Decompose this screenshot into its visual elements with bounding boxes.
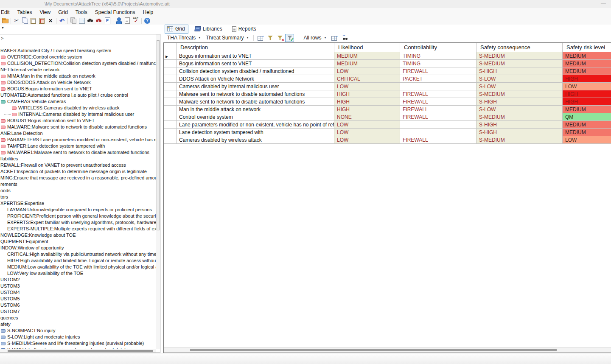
column-header-controllability[interactable]: Controllability <box>400 43 476 52</box>
find-next-icon[interactable] <box>340 34 349 42</box>
delete-icon[interactable] <box>47 17 54 24</box>
safety-consequence-cell[interactable]: S-LOW <box>476 83 563 90</box>
controllability-cell[interactable]: TIMING <box>400 52 476 60</box>
controllability-cell[interactable] <box>400 129 476 136</box>
controllability-cell[interactable]: FIREWALL <box>400 67 476 75</box>
find-icon[interactable] <box>87 17 94 24</box>
table-selector-dropdown[interactable]: THA Threats <box>165 34 203 42</box>
tree-item[interactable]: USTOM5 <box>0 296 156 302</box>
description-cell[interactable]: Cameras disabled by wireless attack <box>177 136 334 144</box>
row-selector-cell[interactable] <box>164 98 177 106</box>
help-icon[interactable] <box>143 17 151 24</box>
safety-consequence-cell[interactable]: S-MEDIUM <box>476 52 563 60</box>
tree-item[interactable]: UTOMATED:Automated functions i.e auto pi… <box>0 92 156 98</box>
grid-row[interactable]: Malware sent to network to disable autom… <box>164 90 611 98</box>
tree-item[interactable]: PROFICIENT:Proficient person with genera… <box>0 213 156 219</box>
description-cell[interactable]: Bogus information sent to VNET <box>177 52 334 60</box>
tree-item[interactable]: XPERTISE:Expertise <box>0 200 156 207</box>
menu-grid[interactable]: Grid <box>54 8 72 17</box>
description-cell[interactable]: DDOS Attack on Vehicle Network <box>177 75 334 83</box>
safety-consequence-cell[interactable]: S-HIGH <box>476 121 563 129</box>
safety-risk-level-cell[interactable]: MEDIUM <box>563 52 611 60</box>
safety-risk-level-cell[interactable]: MEDIUM <box>563 67 611 75</box>
tree-item[interactable]: oods <box>0 188 156 194</box>
tree-item[interactable]: EXPERTS-MULTIPLE:Multiple experts requir… <box>0 226 156 232</box>
grid-row[interactable]: Lane detection system tampered withLOWS-… <box>164 129 611 136</box>
controllability-cell[interactable]: FIREWALL <box>400 136 476 144</box>
tab-reports[interactable]: Reports <box>230 25 260 34</box>
safety-risk-level-cell[interactable]: MEDIUM <box>563 106 611 113</box>
tree-item[interactable]: BOGUS:Bogus information sent to VNET <box>0 86 156 92</box>
grid-row[interactable]: Cameras disabled by wireless attackLOWFI… <box>164 136 611 144</box>
paste-p-icon[interactable] <box>104 17 111 24</box>
grid-row[interactable]: DDOS Attack on Vehicle NetworkCRITICALPA… <box>164 75 611 83</box>
row-selector-cell[interactable] <box>164 60 177 67</box>
paste-icon[interactable] <box>30 17 37 24</box>
tab-libraries[interactable]: Libraries <box>192 25 226 34</box>
safety-risk-level-cell[interactable]: QM <box>563 113 611 121</box>
controllability-cell[interactable]: FIREWALL <box>400 106 476 113</box>
tree-item[interactable]: S-MEDIUM:Severe and life-threatening inj… <box>0 340 156 347</box>
tree-item[interactable]: PARAMETERS:Lane parameters modified or n… <box>0 137 156 143</box>
row-selector-cell[interactable] <box>164 121 177 129</box>
likelihood-cell[interactable]: NONE <box>334 113 400 121</box>
description-cell[interactable]: Collision detection system disabled / ma… <box>177 67 334 75</box>
tree-item[interactable]: COLLISION_DETECTION:Collision detection … <box>0 60 156 67</box>
row-selector-cell[interactable] <box>164 129 177 136</box>
tree-item[interactable]: BOGUS1:Bogus information sent to VNET <box>0 118 156 124</box>
likelihood-cell[interactable]: LOW <box>334 67 400 75</box>
grid-row[interactable]: ▶Bogus information sent to VNETMEDIUMTIM… <box>164 52 611 60</box>
user-icon[interactable] <box>115 17 123 24</box>
tree-item[interactable]: USTOM4 <box>0 289 156 296</box>
report-icon[interactable] <box>123 17 131 24</box>
tree-item[interactable]: WIRELESS:Cameras disabled by wireless at… <box>0 105 156 111</box>
description-cell[interactable]: Bogus information sent to VNET <box>177 60 334 67</box>
grid-copy-icon[interactable] <box>330 34 339 42</box>
controllability-cell[interactable]: FIREWALL <box>400 90 476 98</box>
paste-special-icon[interactable] <box>38 17 46 24</box>
tree-item[interactable]: INDOW:Window of opportunity <box>0 245 156 251</box>
menu-view[interactable]: View <box>36 8 54 17</box>
safety-consequence-cell[interactable]: S-HIGH <box>476 98 563 106</box>
filter-clear-icon[interactable] <box>275 34 284 42</box>
tree-item[interactable]: CAMERAS:Vehicle cameras <box>0 98 156 105</box>
likelihood-cell[interactable]: LOW <box>334 121 400 129</box>
row-selector-cell[interactable] <box>164 83 177 90</box>
menu-special-functions[interactable]: Special Functions <box>91 8 139 17</box>
copy-icon[interactable] <box>21 17 29 24</box>
safety-consequence-cell[interactable]: S-HIGH <box>476 129 563 136</box>
menu-tools[interactable]: Tools <box>72 8 91 17</box>
likelihood-cell[interactable]: LOW <box>334 129 400 136</box>
row-selector-cell[interactable] <box>164 75 177 83</box>
description-cell[interactable]: Lane detection system tampered with <box>177 129 334 136</box>
tree-item[interactable]: MEDIUM:Low availability of the TOE with … <box>0 264 156 270</box>
tab-grid[interactable]: Grid <box>165 25 188 34</box>
menu-tables[interactable]: Tables <box>14 8 36 17</box>
grid-row[interactable]: Collision detection system disabled / ma… <box>164 67 611 75</box>
grid-edit-icon[interactable] <box>256 34 265 42</box>
safety-consequence-cell[interactable]: S-HIGH <box>476 67 563 75</box>
row-selector-cell[interactable] <box>164 106 177 113</box>
controllability-cell[interactable] <box>400 83 476 90</box>
safety-risk-level-cell[interactable]: MEDIUM <box>563 60 611 67</box>
tree-item[interactable]: S-NOIMPACT:No injury <box>0 328 156 334</box>
row-selector-cell[interactable]: ▶ <box>164 52 177 60</box>
safety-risk-level-cell[interactable]: HIGH <box>563 90 611 98</box>
likelihood-cell[interactable]: MEDIUM <box>334 60 400 67</box>
tree-item[interactable]: USTOM3 <box>0 283 156 289</box>
description-cell[interactable]: Lane parameters modified or non-existent… <box>177 121 334 129</box>
tree-item[interactable]: quences <box>0 315 156 321</box>
column-header-row-selector[interactable] <box>164 43 177 52</box>
find-red-icon[interactable] <box>95 17 103 24</box>
likelihood-cell[interactable]: HIGH <box>334 98 400 106</box>
description-cell[interactable]: Malware sent to network to disable autom… <box>177 90 334 98</box>
tree-horizontal-scrollbar-thumb[interactable] <box>8 350 153 352</box>
likelihood-cell[interactable]: HIGH <box>334 106 400 113</box>
tree-item[interactable]: NET:Internal vehicle network <box>0 67 156 73</box>
safety-risk-level-cell[interactable]: HIGH <box>563 98 611 106</box>
export-icon[interactable] <box>78 17 86 24</box>
summary-selector-dropdown[interactable]: Threat Summary <box>204 34 251 42</box>
tree-item[interactable]: CRITICAL:High availability via public/un… <box>0 251 156 258</box>
likelihood-cell[interactable]: LOW <box>334 83 400 90</box>
tree-item[interactable]: RAKES:Automated City / Low speed breakin… <box>0 48 156 54</box>
